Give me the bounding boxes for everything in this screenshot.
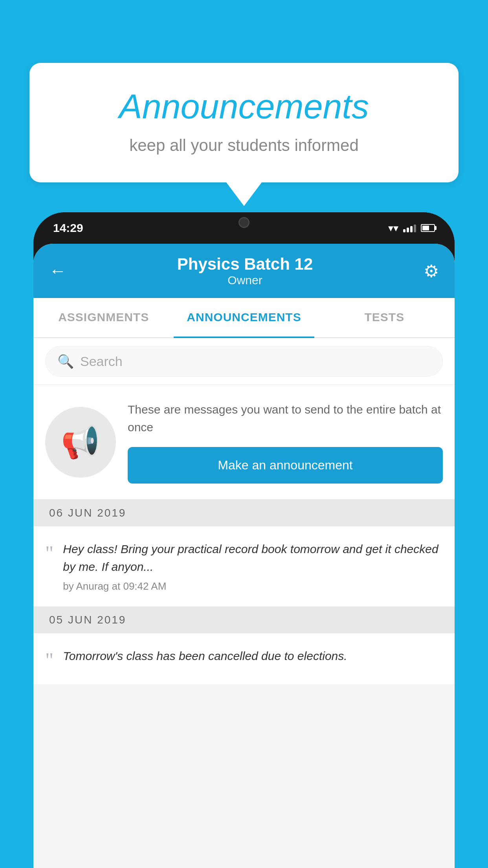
make-announcement-button[interactable]: Make an announcement [128, 447, 443, 484]
phone-camera [238, 217, 250, 228]
announcement-content-2: Tomorrow's class has been cancelled due … [63, 647, 443, 669]
tab-announcements[interactable]: ANNOUNCEMENTS [174, 298, 314, 338]
announcement-item-1: " Hey class! Bring your practical record… [33, 526, 455, 607]
announcement-content-1: Hey class! Bring your practical record b… [63, 540, 443, 592]
status-icons: ▾▾ [388, 222, 435, 234]
app-content: ← Physics Batch 12 Owner ⚙ ASSIGNMENTS A… [33, 244, 455, 868]
announcement-text-2: Tomorrow's class has been cancelled due … [63, 647, 443, 665]
date-separator-2: 05 JUN 2019 [33, 607, 455, 633]
wifi-icon: ▾▾ [388, 222, 398, 234]
phone-frame: 14:29 ▾▾ ← Physics Batch 12 [33, 212, 455, 868]
date-separator-1: 06 JUN 2019 [33, 500, 455, 526]
settings-icon[interactable]: ⚙ [424, 261, 439, 281]
header-title-group: Physics Batch 12 Owner [177, 255, 313, 287]
speech-bubble-subtitle: keep all your students informed [49, 136, 439, 155]
announcement-icon-circle: 📢 [45, 407, 116, 478]
announcement-text-1: Hey class! Bring your practical record b… [63, 540, 443, 576]
announcement-intro-card: 📢 These are messages you want to send to… [33, 385, 455, 500]
phone-wrapper: 14:29 ▾▾ ← Physics Batch 12 [33, 212, 455, 868]
announcement-item-2: " Tomorrow's class has been cancelled du… [33, 633, 455, 685]
speech-bubble-title: Announcements [49, 86, 439, 127]
signal-bar-3 [410, 226, 413, 232]
app-header: ← Physics Batch 12 Owner ⚙ [33, 244, 455, 298]
megaphone-icon: 📢 [61, 424, 100, 461]
tab-tests[interactable]: TESTS [314, 298, 455, 337]
tabs-container: ASSIGNMENTS ANNOUNCEMENTS TESTS [33, 298, 455, 338]
search-placeholder: Search [80, 354, 123, 369]
signal-bars [403, 224, 416, 232]
battery-icon [421, 224, 435, 232]
quote-icon-2: " [45, 650, 53, 671]
announcement-intro-right: These are messages you want to send to t… [128, 401, 443, 484]
battery-fill [422, 226, 429, 230]
status-time: 14:29 [53, 221, 83, 235]
quote-icon-1: " [45, 543, 53, 564]
phone-notch [213, 212, 275, 232]
status-bar: 14:29 ▾▾ [33, 212, 455, 244]
speech-bubble-tail [226, 182, 262, 206]
speech-bubble: Announcements keep all your students inf… [29, 63, 459, 182]
batch-subtitle: Owner [177, 274, 313, 287]
search-container: 🔍 Search [33, 338, 455, 385]
search-input-wrapper[interactable]: 🔍 Search [45, 346, 443, 377]
signal-bar-1 [403, 229, 405, 232]
speech-bubble-container: Announcements keep all your students inf… [29, 63, 459, 206]
tab-assignments[interactable]: ASSIGNMENTS [33, 298, 174, 337]
batch-title: Physics Batch 12 [177, 255, 313, 274]
search-icon: 🔍 [57, 353, 74, 369]
announcement-meta-1: by Anurag at 09:42 AM [63, 580, 443, 592]
signal-bar-4 [414, 224, 416, 232]
announcement-intro-description: These are messages you want to send to t… [128, 401, 443, 436]
back-button[interactable]: ← [49, 261, 66, 281]
signal-bar-2 [407, 228, 409, 232]
